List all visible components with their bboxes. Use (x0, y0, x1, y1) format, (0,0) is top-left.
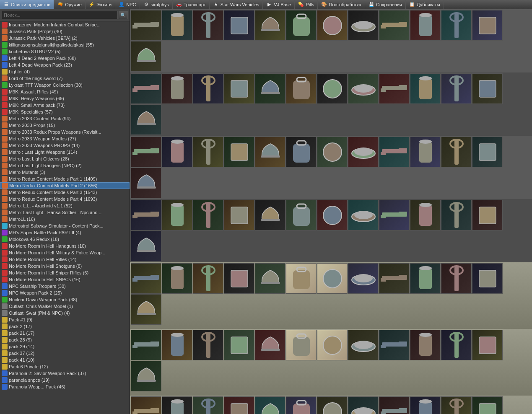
menu-item-saves[interactable]: 💾 Сохранения (365, 0, 406, 9)
grid-item[interactable] (472, 137, 503, 167)
list-item[interactable]: pack 2 (17) (0, 323, 130, 330)
list-item[interactable]: killignasognsalqjgnslkjhgalksdalqkasj (5… (0, 41, 130, 48)
list-item[interactable]: Pack 6 Private (12) (0, 363, 130, 370)
grid-item[interactable] (255, 10, 285, 41)
grid-item[interactable] (472, 200, 503, 230)
grid-item[interactable] (193, 73, 223, 104)
grid-item[interactable] (441, 200, 472, 230)
list-item[interactable]: paranoia snpcs (19) (0, 377, 130, 383)
grid-item[interactable] (224, 10, 254, 41)
list-item[interactable]: Lykrast TTT Weapon Collection (30) (0, 82, 130, 88)
grid-item[interactable] (162, 137, 192, 167)
list-item[interactable]: Nuclear Dawn Weapon Pack (38) (0, 296, 130, 303)
grid-item[interactable] (348, 330, 379, 360)
grid-item[interactable] (131, 396, 161, 414)
grid-item[interactable] (224, 330, 254, 360)
grid-item[interactable] (348, 263, 379, 294)
list-item[interactable]: M9K: Small Arms pack (73) (0, 102, 130, 109)
list-item[interactable]: pack 37 (12) (0, 350, 130, 357)
grid-item[interactable] (286, 73, 317, 104)
grid-item[interactable] (162, 263, 192, 294)
list-item[interactable]: Metro Last Light Citizens (28) (0, 155, 130, 162)
grid-item[interactable] (441, 73, 472, 104)
menu-item-npc[interactable]: 👤 NPC (115, 0, 140, 9)
grid-item[interactable] (379, 200, 410, 230)
list-item[interactable]: Left 4 Dead Weapon Pack (23) (0, 62, 130, 68)
grid-item[interactable] (193, 263, 223, 294)
menu-item-post[interactable]: 🎨 Постобработка (318, 0, 365, 9)
grid-item[interactable] (410, 396, 441, 414)
grid-item[interactable] (317, 137, 348, 167)
grid-item[interactable] (255, 330, 285, 360)
grid-item[interactable] (472, 330, 503, 360)
grid-item[interactable] (441, 396, 472, 414)
grid-item[interactable] (131, 330, 161, 360)
grid-item[interactable] (286, 10, 317, 41)
grid-item[interactable] (162, 73, 192, 104)
grid-item[interactable] (348, 200, 379, 230)
list-item[interactable]: Metrostroi Subway Simulator - Content Pa… (0, 223, 130, 229)
grid-item[interactable] (193, 10, 223, 41)
menu-item-starwars[interactable]: ★ Star Wars Vehicles (210, 0, 263, 9)
grid-item[interactable] (286, 396, 317, 414)
list-item[interactable]: Metro Redux Content Models Part 4 (1693) (0, 196, 130, 202)
content-area[interactable] (130, 9, 532, 414)
menu-item-transport[interactable]: 🚗 Транспорт (173, 0, 210, 9)
list-item[interactable]: Outlast: Swat (PM & NPC) (4) (0, 310, 130, 316)
item-list[interactable]: Insurgency: Modern Infantry Combat Snipe… (0, 21, 130, 414)
list-item[interactable]: Metro Mutants (3) (0, 169, 130, 176)
menu-item-duplicates[interactable]: 📋 Дубликаты (406, 0, 444, 9)
grid-item[interactable] (162, 396, 192, 414)
grid-item[interactable] (224, 263, 254, 294)
grid-item[interactable] (410, 330, 441, 360)
list-item[interactable]: Metro 2033 Redux Props Weapons (Revisit.… (0, 129, 130, 135)
list-item[interactable]: pack 21 (17) (0, 330, 130, 336)
menu-item-entities[interactable]: ⚡ Энтити (86, 0, 115, 9)
list-item[interactable]: NPC Starship Troopers (30) (0, 283, 130, 290)
grid-item[interactable] (410, 10, 441, 41)
grid-item[interactable] (317, 10, 348, 41)
grid-item[interactable] (131, 263, 161, 294)
grid-item[interactable] (472, 10, 503, 41)
grid-item[interactable] (131, 361, 161, 391)
grid-item[interactable] (162, 200, 192, 230)
list-item[interactable]: No More Room in Hell Sniper Rifles (6) (0, 269, 130, 276)
list-item[interactable]: No More Room In Hell SNPCs (16) (0, 276, 130, 283)
grid-item[interactable] (410, 200, 441, 230)
grid-item[interactable] (193, 200, 223, 230)
grid-item[interactable] (255, 396, 285, 414)
grid-item[interactable] (255, 137, 285, 167)
grid-item[interactable] (379, 10, 410, 41)
list-item[interactable]: Metro Last Light Rangers (NPC) (2) (0, 162, 130, 169)
grid-item[interactable] (131, 10, 161, 41)
grid-item[interactable] (348, 396, 379, 414)
grid-item[interactable] (131, 200, 161, 230)
menu-item-lists[interactable]: ☰ Списки предметов (0, 0, 54, 9)
list-item[interactable]: M9K: Heavy Weapons (69) (0, 95, 130, 102)
list-item[interactable]: Metro : Last Light Weapons (114) (0, 149, 130, 155)
list-item[interactable]: MetroLL (16) (0, 216, 130, 223)
list-item[interactable]: Metro Redux Content Models Part 3 (1543) (0, 189, 130, 196)
grid-item[interactable] (193, 330, 223, 360)
grid-item[interactable] (224, 137, 254, 167)
list-item[interactable]: Metro Redux Content Models Part 1 (1409) (0, 176, 130, 182)
list-item[interactable]: NPC Weapon Pack 2 (25) (0, 290, 130, 296)
list-item[interactable]: Metro 2033 Weapons PROPS (14) (0, 142, 130, 149)
list-item[interactable]: No More Room in Hell Military & Police W… (0, 249, 130, 256)
grid-item[interactable] (472, 263, 503, 294)
grid-item[interactable] (255, 200, 285, 230)
grid-item[interactable] (255, 263, 285, 294)
list-item[interactable]: Paranoia Weap... Pack (46) (0, 383, 130, 390)
grid-item[interactable] (131, 73, 161, 104)
grid-item[interactable] (317, 73, 348, 104)
list-item[interactable]: pack 41 (10) (0, 357, 130, 363)
grid-item[interactable] (286, 137, 317, 167)
list-item[interactable]: Jurassic Park Vehicles [BETA] (2) (0, 35, 130, 41)
list-item[interactable]: M9K: Specialties (57) (0, 109, 130, 115)
grid-item[interactable] (131, 168, 161, 198)
grid-item[interactable] (441, 330, 472, 360)
menu-item-vjbase[interactable]: ▶ VJ Base (263, 0, 295, 9)
grid-item[interactable] (441, 137, 472, 167)
list-item[interactable]: Metro: Last Light - Hansa Soldier - Npc … (0, 209, 130, 216)
grid-item[interactable] (286, 263, 317, 294)
